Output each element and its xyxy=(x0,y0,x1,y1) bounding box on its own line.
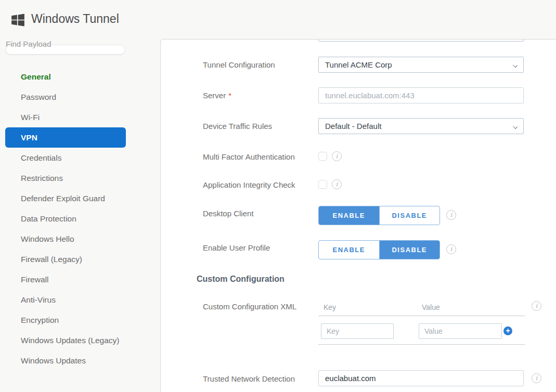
chevron-down-icon xyxy=(513,63,518,68)
application-integrity-check-checkbox[interactable] xyxy=(318,180,327,189)
sidebar-item-wifi[interactable]: Wi-Fi xyxy=(5,107,126,127)
info-icon[interactable] xyxy=(446,210,456,220)
sidebar-item-windows-updates-legacy[interactable]: Windows Updates (Legacy) xyxy=(5,330,126,350)
sidebar-item-general[interactable]: General xyxy=(5,67,126,87)
find-payload-placeholder: Find Payload xyxy=(6,40,51,48)
sidebar-item-restrictions[interactable]: Restrictions xyxy=(5,168,126,188)
table-divider xyxy=(318,316,525,316)
custom-configuration-xml-label: Custom Configuration XML xyxy=(203,302,296,311)
enable-user-profile-label: Enable User Profile xyxy=(203,243,270,252)
device-traffic-rules-label: Device Traffic Rules xyxy=(203,122,272,130)
custom-xml-value-input[interactable] xyxy=(419,323,502,339)
server-input[interactable] xyxy=(318,87,524,103)
application-integrity-check-label: Application Integrity Check xyxy=(203,180,295,189)
trusted-network-detection-label: Trusted Network Detection xyxy=(203,374,295,383)
page-title: Windows Tunnel xyxy=(31,12,119,26)
desktop-client-label: Desktop Client xyxy=(203,209,254,218)
device-traffic-rules-value: Default - Default xyxy=(325,122,381,130)
enable-user-profile-enable-button[interactable]: ENABLE xyxy=(319,241,379,259)
multi-factor-authentication-label: Multi Factor Authentication xyxy=(203,152,295,161)
info-icon[interactable] xyxy=(532,301,541,311)
tunnel-configuration-dropdown[interactable]: Tunnel ACME Corp xyxy=(318,57,524,73)
info-icon[interactable] xyxy=(332,179,342,189)
sidebar-item-password[interactable]: Password xyxy=(5,87,126,107)
chevron-down-icon xyxy=(513,124,518,129)
windows-logo-icon xyxy=(11,13,25,27)
multi-factor-authentication-checkbox[interactable] xyxy=(318,152,327,161)
sidebar-item-credentials[interactable]: Credentials xyxy=(5,148,126,168)
sidebar-item-windows-updates[interactable]: Windows Updates xyxy=(5,350,126,371)
vpn-payload-panel: Tunnel Configuration Tunnel ACME Corp Se… xyxy=(160,39,556,392)
custom-xml-key-input[interactable] xyxy=(321,323,394,339)
sidebar-item-defender-exploit-guard[interactable]: Defender Exploit Guard xyxy=(5,188,126,208)
sidebar-item-firewall[interactable]: Firewall xyxy=(5,269,126,290)
cutoff-field-above[interactable] xyxy=(318,39,524,42)
desktop-client-toggle: ENABLE DISABLE xyxy=(318,206,440,225)
enable-user-profile-toggle: ENABLE DISABLE xyxy=(318,240,440,259)
add-row-button[interactable] xyxy=(503,326,512,335)
key-column-header: Key xyxy=(324,303,336,311)
sidebar-item-anti-virus[interactable]: Anti-Virus xyxy=(5,290,126,310)
payload-nav: General Password Wi-Fi VPN Credentials R… xyxy=(5,67,126,371)
value-column-header: Value xyxy=(422,303,440,311)
desktop-client-disable-button[interactable]: DISABLE xyxy=(379,206,440,225)
sidebar-item-encryption[interactable]: Encryption xyxy=(5,310,126,330)
trusted-network-detection-input[interactable] xyxy=(318,370,524,386)
info-icon[interactable] xyxy=(532,373,541,383)
tunnel-configuration-value: Tunnel ACME Corp xyxy=(325,60,392,69)
sidebar-item-firewall-legacy[interactable]: Firewall (Legacy) xyxy=(5,249,126,269)
app-header: Windows Tunnel xyxy=(0,0,556,34)
enable-user-profile-disable-button[interactable]: DISABLE xyxy=(379,241,440,259)
sidebar-item-windows-hello[interactable]: Windows Hello xyxy=(5,229,126,249)
info-icon[interactable] xyxy=(446,244,456,254)
device-traffic-rules-dropdown[interactable]: Default - Default xyxy=(318,118,524,134)
sidebar-item-data-protection[interactable]: Data Protection xyxy=(5,208,126,229)
info-icon[interactable] xyxy=(332,151,342,161)
sidebar-item-vpn[interactable]: VPN xyxy=(5,127,126,148)
table-divider xyxy=(318,344,525,345)
server-label: Server* xyxy=(203,91,231,100)
required-asterisk: * xyxy=(228,91,231,100)
custom-configuration-heading: Custom Configuration xyxy=(197,275,285,284)
tunnel-configuration-label: Tunnel Configuration xyxy=(203,60,275,69)
desktop-client-enable-button[interactable]: ENABLE xyxy=(319,206,379,225)
